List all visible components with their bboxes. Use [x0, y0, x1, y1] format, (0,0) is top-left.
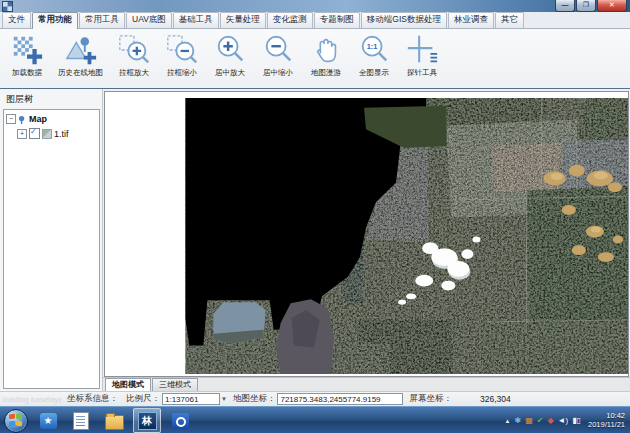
network-icon[interactable]: ▮▯	[572, 416, 581, 426]
clock[interactable]: 10:42 2019/11/21	[588, 412, 625, 429]
expand-icon[interactable]: +	[17, 129, 27, 139]
menu-tab-uav-basemap[interactable]: UAV底图	[126, 12, 172, 28]
tool-label: 加载数据	[12, 68, 42, 78]
taskbar-app-messenger[interactable]: ★	[34, 408, 62, 433]
tree-node-layer[interactable]: + 1.tif	[17, 128, 97, 139]
menu-tab-strip: 文件 常用功能 常用工具 UAV底图 基础工具 矢量处理 变化监测 专题制图 移…	[0, 12, 630, 29]
load-data-button[interactable]: 加载数据	[4, 31, 50, 80]
coord-system-label: 坐标系信息：	[67, 393, 118, 405]
full-extent-icon: 1:1	[357, 33, 391, 67]
menu-tab-common-tools[interactable]: 常用工具	[79, 12, 125, 28]
tool-label: 居中放大	[215, 68, 245, 78]
satellite-raster	[105, 92, 628, 376]
minimize-button[interactable]: —	[555, 0, 575, 12]
3d-mode-tab[interactable]: 三维模式	[152, 378, 198, 391]
star-app-icon: ★	[40, 413, 57, 429]
tray-orange-grid-icon[interactable]: ▦	[525, 416, 533, 426]
titlebar: — ❐ ✕	[0, 0, 630, 12]
center-zoom-out-icon	[261, 33, 295, 67]
layer-label: 1.tif	[54, 129, 69, 139]
start-button[interactable]	[4, 409, 28, 433]
tool-label: 居中缩小	[263, 68, 293, 78]
center-zoom-out-button[interactable]: 居中缩小	[255, 31, 301, 80]
app-window: — ❐ ✕ 文件 常用功能 常用工具 UAV底图 基础工具 矢量处理 变化监测 …	[0, 0, 630, 406]
taskbar-app-notepad[interactable]	[67, 408, 95, 433]
tray-red-app-icon[interactable]: ◆	[547, 416, 553, 426]
pan-map-button[interactable]: 地图漫游	[303, 31, 349, 80]
layer-tree: − Map + 1.tif	[3, 109, 100, 389]
maximize-button[interactable]: ❐	[576, 0, 596, 12]
app-icon	[2, 1, 13, 12]
notepad-icon	[73, 412, 89, 430]
history-online-map-button[interactable]: 历史在线地图	[52, 31, 109, 80]
volume-icon[interactable]: ◄)	[558, 416, 569, 426]
tool-label: 地图漫游	[311, 68, 341, 78]
dragbox-zoom-out-icon	[165, 33, 199, 67]
map-coord-input[interactable]	[277, 393, 403, 405]
map-canvas[interactable]	[104, 91, 629, 377]
clock-date: 2019/11/21	[588, 421, 625, 430]
probe-tool-icon	[405, 33, 439, 67]
show-hidden-icons-button[interactable]: ▲	[505, 416, 511, 426]
o-app-icon	[172, 413, 189, 429]
map-node-label: Map	[29, 114, 47, 124]
scale-input[interactable]	[162, 393, 220, 405]
toolbar: 加载数据 历史在线地图 拉框放大	[0, 29, 630, 89]
taskbar-app-o[interactable]	[166, 408, 194, 433]
loading-text: loading baselayer	[3, 395, 61, 404]
raster-layer-icon	[42, 129, 52, 139]
pan-hand-icon	[309, 33, 343, 67]
menu-tab-thematic-mapping[interactable]: 专题制图	[314, 12, 360, 28]
tray-green-status-icon[interactable]: ✔	[537, 416, 544, 426]
menu-tab-mobile-gis-data[interactable]: 移动端GIS数据处理	[361, 12, 447, 28]
menu-tab-change-monitoring[interactable]: 变化监测	[267, 12, 313, 28]
menu-tab-basic-tools[interactable]: 基础工具	[173, 12, 219, 28]
dragbox-zoom-in-button[interactable]: 拉框放大	[111, 31, 157, 80]
folder-icon	[105, 415, 124, 430]
dragbox-zoom-in-icon	[117, 33, 151, 67]
menu-tab-vector-processing[interactable]: 矢量处理	[220, 12, 266, 28]
windows-taskbar: ★ 林 ▲ ✱ ▦ ✔ ◆ ◄) ▮▯ 10:42 2019/11/21	[0, 406, 630, 433]
view-mode-tabs: 地图模式 三维模式	[103, 377, 630, 391]
map-node-icon	[18, 115, 27, 124]
center-zoom-in-icon	[213, 33, 247, 67]
tool-label: 全图显示	[359, 68, 389, 78]
history-online-map-icon	[64, 33, 98, 67]
menu-tab-other[interactable]: 其它	[495, 12, 524, 28]
dragbox-zoom-out-button[interactable]: 拉框缩小	[159, 31, 205, 80]
load-data-icon	[10, 33, 44, 67]
menu-tab-common-functions[interactable]: 常用功能	[32, 12, 78, 29]
layer-panel-title: 图层树	[0, 89, 102, 109]
layer-visibility-checkbox[interactable]	[29, 128, 40, 139]
tree-node-map[interactable]: − Map	[6, 114, 97, 124]
tool-label: 探针工具	[407, 68, 437, 78]
menu-tab-file[interactable]: 文件	[2, 12, 31, 28]
tray-blue-star-icon[interactable]: ✱	[514, 416, 521, 426]
map-mode-tab[interactable]: 地图模式	[105, 378, 151, 391]
status-bar: loading baselayer 坐标系信息： 比例尺： ▼ 地图坐标： 屏幕…	[0, 391, 630, 406]
layer-panel: 图层树 − Map + 1.tif	[0, 89, 103, 391]
menu-tab-forestry-survey[interactable]: 林业调查	[448, 12, 494, 28]
forestry-app-icon: 林	[138, 412, 157, 430]
tool-label: 历史在线地图	[58, 68, 103, 78]
tool-label: 拉框缩小	[167, 68, 197, 78]
tool-label: 拉框放大	[119, 68, 149, 78]
taskbar-app-explorer[interactable]	[100, 408, 128, 433]
screen-coord-value: 326,304	[480, 394, 511, 404]
scale-dropdown-icon[interactable]: ▼	[221, 396, 227, 402]
map-coord-label: 地图坐标：	[233, 393, 276, 405]
probe-tool-button[interactable]: 探针工具	[399, 31, 445, 80]
svg-text:1:1: 1:1	[367, 42, 378, 51]
center-zoom-in-button[interactable]: 居中放大	[207, 31, 253, 80]
close-button[interactable]: ✕	[597, 0, 627, 12]
full-extent-button[interactable]: 1:1 全图显示	[351, 31, 397, 80]
windows-flag-icon	[9, 413, 15, 419]
system-tray: ▲ ✱ ▦ ✔ ◆ ◄) ▮▯ 10:42 2019/11/21	[501, 407, 628, 433]
scale-label: 比例尺：	[126, 393, 160, 405]
taskbar-app-forestry-gis[interactable]: 林	[133, 408, 161, 433]
screen-coord-label: 屏幕坐标：	[409, 393, 452, 405]
collapse-icon[interactable]: −	[6, 114, 16, 124]
